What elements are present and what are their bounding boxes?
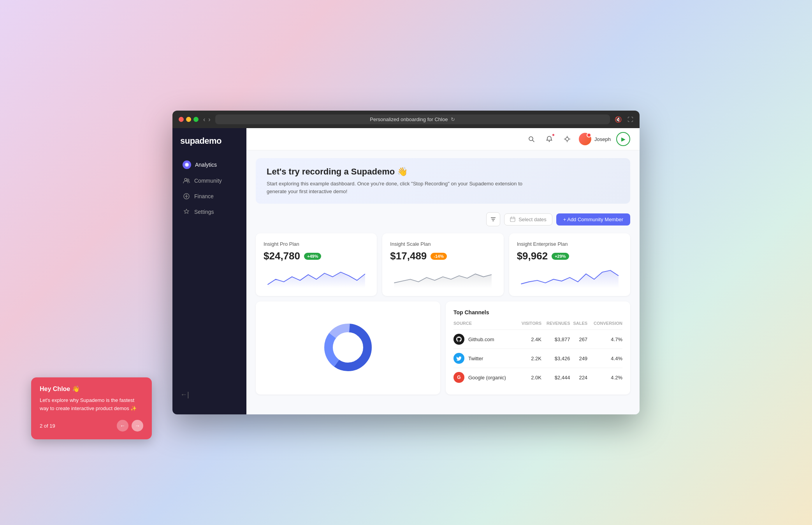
date-picker[interactable]: Select dates: [504, 213, 552, 226]
browser-window: ‹ › Personalized onboarding for Chloe ↻ …: [172, 111, 640, 414]
source-cell-twitter: Twitter: [453, 353, 517, 364]
tooltip-buttons: ← →: [117, 420, 143, 432]
tooltip-footer: 2 of 19 ← →: [40, 420, 143, 432]
plan-value-row-scale: $17,489 -14%: [390, 250, 496, 262]
table-row: G Google (organic) 2.0K $2,444 224 4.2%: [453, 368, 622, 387]
plan-card-pro: Insight Pro Plan $24,780 +49%: [256, 233, 377, 296]
logo: supademo: [172, 136, 246, 157]
plans-grid: Insight Pro Plan $24,780 +49%: [256, 233, 630, 296]
google-icon: G: [453, 372, 464, 383]
plan-chart-enterprise: [517, 267, 622, 288]
reload-icon[interactable]: ↻: [451, 116, 455, 122]
top-bar: Joseph ▶: [246, 128, 640, 150]
col-visitors: VISITORS: [517, 321, 541, 330]
col-sales: SALES: [570, 321, 588, 330]
theme-icon[interactable]: [561, 133, 573, 145]
plan-badge-scale: -14%: [431, 253, 447, 260]
visitors-google: 2.0K: [517, 368, 541, 387]
plan-value-row-pro: $24,780 +49%: [264, 250, 369, 262]
browser-chrome: ‹ › Personalized onboarding for Chloe ↻ …: [172, 111, 640, 128]
sidebar-item-analytics[interactable]: Analytics: [175, 157, 244, 173]
svg-marker-4: [184, 209, 189, 213]
source-cell-github: Github.com: [453, 334, 517, 345]
user-name: Joseph: [594, 136, 611, 142]
nav-buttons: ‹ ›: [203, 116, 211, 123]
visitors-twitter: 2.2K: [517, 349, 541, 368]
plan-chart-pro: [264, 267, 369, 288]
col-conversion: CONVERSION: [587, 321, 622, 330]
collapse-icon[interactable]: ←|: [180, 391, 189, 398]
svg-point-7: [549, 141, 550, 142]
sidebar-bottom: ←|: [172, 383, 246, 407]
channels-table: SOURCE VISITORS REVENUES SALES CONVERSIO…: [453, 321, 622, 387]
sidebar: supademo Analytics Community: [172, 128, 246, 414]
twitter-icon: [453, 353, 464, 364]
svg-marker-22: [521, 270, 618, 288]
sidebar-item-settings[interactable]: Settings: [175, 204, 244, 219]
content-area: Let's try recording a Supademo 👋 Start e…: [246, 150, 640, 414]
plan-title-pro: Insight Pro Plan: [264, 241, 369, 247]
maximize-button[interactable]: [193, 117, 199, 122]
svg-point-8: [566, 137, 569, 141]
tooltip-text: Let's explore why Supademo is the fastes…: [40, 396, 143, 413]
finance-label: Finance: [194, 193, 214, 199]
svg-line-6: [533, 140, 534, 142]
finance-icon: [183, 192, 190, 200]
plan-value-row-enterprise: $9,962 +29%: [517, 250, 622, 262]
plan-title-scale: Insight Scale Plan: [390, 241, 496, 247]
tooltip-counter: 2 of 19: [40, 423, 55, 429]
revenue-twitter: $3,426: [541, 349, 570, 368]
forward-icon[interactable]: ›: [208, 116, 210, 123]
close-button[interactable]: [179, 117, 184, 122]
back-icon[interactable]: ‹: [203, 116, 205, 123]
table-row: Twitter 2.2K $3,426 249 4.4%: [453, 349, 622, 368]
traffic-lights: [179, 117, 199, 122]
revenue-google: $2,444: [541, 368, 570, 387]
tooltip-prev-button[interactable]: ←: [117, 420, 128, 432]
table-row: Github.com 2.4K $3,877 267 4.7%: [453, 330, 622, 349]
volume-icon[interactable]: 🔇: [615, 116, 622, 123]
plan-value-scale: $17,489: [390, 250, 427, 262]
address-bar[interactable]: Personalized onboarding for Chloe ↻: [215, 115, 610, 124]
filter-button[interactable]: [486, 212, 500, 226]
minimize-button[interactable]: [186, 117, 191, 122]
fullscreen-icon[interactable]: ⛶: [627, 116, 633, 123]
sidebar-item-community[interactable]: Community: [175, 173, 244, 188]
conversion-github: 4.7%: [587, 330, 622, 349]
user-avatar-container: Joseph: [579, 133, 611, 145]
source-cell-google: G Google (organic): [453, 372, 517, 383]
notification-icon[interactable]: [543, 133, 555, 145]
sales-github: 267: [570, 330, 588, 349]
analytics-icon: [183, 160, 191, 169]
sales-twitter: 249: [570, 349, 588, 368]
plan-chart-scale: [390, 267, 496, 288]
top-channels-title: Top Channels: [453, 309, 622, 315]
donut-chart: [321, 320, 375, 376]
main-content: Joseph ▶ Let's try recording a Supademo …: [246, 128, 640, 414]
sales-google: 224: [570, 368, 588, 387]
conversion-twitter: 4.4%: [587, 349, 622, 368]
analytics-label: Analytics: [195, 162, 217, 168]
col-source: SOURCE: [453, 321, 517, 330]
plan-badge-enterprise: +29%: [552, 253, 569, 260]
revenue-github: $3,877: [541, 330, 570, 349]
app-body: supademo Analytics Community: [172, 128, 640, 414]
banner-description: Start exploring this example dashboard. …: [267, 180, 539, 195]
svg-rect-16: [510, 217, 515, 222]
conversion-google: 4.2%: [587, 368, 622, 387]
plan-value-enterprise: $9,962: [517, 250, 548, 262]
toolbar-row: Select dates + Add Community Member: [256, 212, 630, 226]
search-icon[interactable]: [525, 133, 538, 145]
avatar: [579, 133, 591, 145]
play-button[interactable]: ▶: [616, 132, 630, 146]
add-community-member-button[interactable]: + Add Community Member: [556, 213, 630, 226]
source-name-twitter: Twitter: [468, 356, 483, 361]
sidebar-item-finance[interactable]: Finance: [175, 189, 244, 204]
svg-point-1: [186, 164, 188, 166]
source-name-google: Google (organic): [468, 375, 506, 381]
banner-title: Let's try recording a Supademo 👋: [267, 167, 619, 177]
github-icon: [453, 334, 464, 345]
community-label: Community: [194, 178, 222, 184]
browser-icons: 🔇 ⛶: [615, 116, 633, 123]
tooltip-next-button[interactable]: →: [132, 420, 143, 432]
